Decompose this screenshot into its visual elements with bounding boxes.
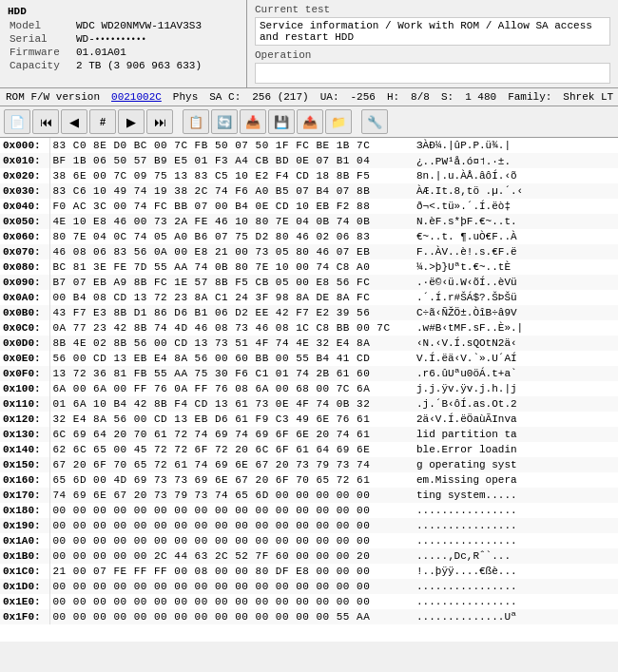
hex-bytes[interactable]: 21 00 07 FE FF FF 00 08 00 00 80 DF E8 0… bbox=[49, 564, 411, 579]
hex-bytes[interactable]: 4E 10 E8 46 00 73 2A FE 46 10 80 7E 04 0… bbox=[49, 214, 411, 229]
first-button[interactable]: ⏮ bbox=[32, 109, 59, 134]
table-row[interactable]: 0x190:00 00 00 00 00 00 00 00 00 00 00 0… bbox=[0, 518, 618, 533]
phys-label: Phys bbox=[173, 91, 198, 103]
table-row[interactable]: 0x030:83 C6 10 49 74 19 38 2C 74 F6 A0 B… bbox=[0, 183, 618, 199]
ascii-repr: .´.Í.r#ŠÁ$?.ŠÞŠü bbox=[411, 290, 618, 305]
new-button[interactable]: 📄 bbox=[4, 109, 30, 134]
table-row[interactable]: 0x090:B7 07 EB A9 8B FC 1E 57 8B F5 CB 0… bbox=[0, 275, 618, 290]
hex-bytes[interactable]: 6A 00 6A 00 FF 76 0A FF 76 08 6A 00 68 0… bbox=[49, 381, 411, 396]
hex-address: 0x020: bbox=[0, 168, 49, 183]
hex-bytes[interactable]: 00 B4 08 CD 13 72 23 8A C1 24 3F 98 8A D… bbox=[49, 290, 411, 305]
ascii-repr: .w#B‹tMF.sF..È».| bbox=[411, 320, 618, 336]
hex-address: 0x0C0: bbox=[0, 320, 49, 336]
hex-bytes[interactable]: 00 00 00 00 00 00 00 00 00 00 00 00 00 0… bbox=[49, 609, 411, 624]
table-row[interactable]: 0x040:F0 AC 3C 00 74 FC BB 07 00 B4 0E C… bbox=[0, 199, 618, 214]
table-row[interactable]: 0x0E0:56 00 CD 13 EB E4 8A 56 00 60 BB 0… bbox=[0, 351, 618, 366]
ascii-repr: ting system..... bbox=[411, 488, 618, 503]
rom-fw-value[interactable]: 0021002C bbox=[111, 91, 162, 103]
refresh-button[interactable]: 🔄 bbox=[211, 109, 238, 134]
hex-bytes[interactable]: B7 07 EB A9 8B FC 1E 57 8B F5 CB 05 00 E… bbox=[49, 275, 411, 290]
table-row[interactable]: 0x020:38 6E 00 7C 09 75 13 83 C5 10 E2 F… bbox=[0, 168, 618, 183]
hex-bytes[interactable]: 01 6A 10 B4 42 8B F4 CD 13 61 73 0E 4F 7… bbox=[49, 396, 411, 412]
hex-address: 0x150: bbox=[0, 457, 49, 472]
export-button[interactable]: 📤 bbox=[297, 109, 323, 134]
table-row[interactable]: 0x120:32 E4 8A 56 00 CD 13 EB D6 61 F9 C… bbox=[0, 412, 618, 427]
hex-bytes[interactable]: 0A 77 23 42 8B 74 4D 46 08 73 46 08 1C C… bbox=[49, 320, 411, 336]
hex-bytes[interactable]: BC 81 3E FE 7D 55 AA 74 0B 80 7E 10 00 7… bbox=[49, 259, 411, 275]
table-row[interactable]: 0x180:00 00 00 00 00 00 00 00 00 00 00 0… bbox=[0, 503, 618, 518]
hex-bytes[interactable]: 65 6D 00 4D 69 73 73 69 6E 67 20 6F 70 6… bbox=[49, 472, 411, 488]
table-row[interactable]: 0x070:46 08 06 83 56 0A 00 E8 21 00 73 0… bbox=[0, 244, 618, 259]
hex-view[interactable]: 0x000:83 C0 8E D0 BC 00 7C FB 50 07 50 1… bbox=[0, 138, 618, 642]
toolbar: 📄 ⏮ ◀ # ▶ ⏭ 📋 🔄 📥 💾 📤 📁 🔧 bbox=[0, 106, 618, 138]
table-row[interactable]: 0x1C0:21 00 07 FE FF FF 00 08 00 00 80 D… bbox=[0, 564, 618, 579]
table-row[interactable]: 0x110:01 6A 10 B4 42 8B F4 CD 13 61 73 0… bbox=[0, 396, 618, 412]
ascii-repr: ¿..PW¹å.ó¤˦.·±. bbox=[411, 153, 618, 168]
hex-bytes[interactable]: 13 72 36 81 FB 55 AA 75 30 F6 C1 01 74 2… bbox=[49, 366, 411, 381]
hex-bytes[interactable]: 56 00 CD 13 EB E4 8A 56 00 60 BB 00 55 B… bbox=[49, 351, 411, 366]
hex-bytes[interactable]: 67 20 6F 70 65 72 61 74 69 6E 67 20 73 7… bbox=[49, 457, 411, 472]
table-row[interactable]: 0x1B0:00 00 00 00 00 2C 44 63 2C 52 7F 6… bbox=[0, 548, 618, 564]
hex-bytes[interactable]: 8B 4E 02 8B 56 00 CD 13 73 51 4F 74 4E 3… bbox=[49, 336, 411, 351]
table-row[interactable]: 0x060:80 7E 04 0C 74 05 A0 B6 07 75 D2 8… bbox=[0, 229, 618, 244]
hex-bytes[interactable]: 00 00 00 00 00 00 00 00 00 00 00 00 00 0… bbox=[49, 503, 411, 518]
table-row[interactable]: 0x160:65 6D 00 4D 69 73 73 69 6E 67 20 6… bbox=[0, 472, 618, 488]
table-row[interactable]: 0x130:6C 69 64 20 70 61 72 74 69 74 69 6… bbox=[0, 427, 618, 442]
table-row[interactable]: 0x010:BF 1B 06 50 57 B9 E5 01 F3 A4 CB B… bbox=[0, 153, 618, 168]
ascii-repr: ..............Uª bbox=[411, 609, 618, 624]
table-row[interactable]: 0x1A0:00 00 00 00 00 00 00 00 00 00 00 0… bbox=[0, 533, 618, 548]
hex-bytes[interactable]: 62 6C 65 00 45 72 72 6F 72 20 6C 6F 61 6… bbox=[49, 442, 411, 457]
table-row[interactable]: 0x1E0:00 00 00 00 00 00 00 00 00 00 00 0… bbox=[0, 594, 618, 609]
hex-bytes[interactable]: 43 F7 E3 8B D1 86 D6 B1 06 D2 EE 42 F7 E… bbox=[49, 305, 411, 320]
h-value: 8/8 bbox=[411, 91, 430, 103]
ascii-repr: N.èF.s*þF.€~..t. bbox=[411, 214, 618, 229]
hex-bytes[interactable]: 00 00 00 00 00 00 00 00 00 00 00 00 00 0… bbox=[49, 594, 411, 609]
table-row[interactable]: 0x0D0:8B 4E 02 8B 56 00 CD 13 73 51 4F 7… bbox=[0, 336, 618, 351]
hex-address: 0x1A0: bbox=[0, 533, 49, 548]
hex-bytes[interactable]: BF 1B 06 50 57 B9 E5 01 F3 A4 CB BD 0E 0… bbox=[49, 153, 411, 168]
hex-bytes[interactable]: 38 6E 00 7C 09 75 13 83 C5 10 E2 F4 CD 1… bbox=[49, 168, 411, 183]
hex-bytes[interactable]: 83 C0 8E D0 BC 00 7C FB 50 07 50 1F FC B… bbox=[49, 138, 411, 153]
next-button[interactable]: ▶ bbox=[118, 109, 145, 134]
hex-bytes[interactable]: 00 00 00 00 00 00 00 00 00 00 00 00 00 0… bbox=[49, 579, 411, 594]
table-row[interactable]: 0x100:6A 00 6A 00 FF 76 0A FF 76 08 6A 0… bbox=[0, 381, 618, 396]
hex-bytes[interactable]: 6C 69 64 20 70 61 72 74 69 74 69 6F 6E 2… bbox=[49, 427, 411, 442]
copy-button[interactable]: 📋 bbox=[183, 109, 209, 134]
prev-button[interactable]: ◀ bbox=[61, 109, 87, 134]
model-label: Model bbox=[8, 19, 74, 32]
table-row[interactable]: 0x170:74 69 6E 67 20 73 79 73 74 65 6D 0… bbox=[0, 488, 618, 503]
tools-button[interactable]: 🔧 bbox=[361, 109, 388, 134]
current-test-label: Current test bbox=[255, 4, 610, 15]
open-button[interactable]: 📁 bbox=[325, 109, 352, 134]
family-label: Family: bbox=[508, 91, 551, 103]
table-row[interactable]: 0x1F0:00 00 00 00 00 00 00 00 00 00 00 0… bbox=[0, 609, 618, 624]
hex-bytes[interactable]: 74 69 6E 67 20 73 79 73 74 65 6D 00 00 0… bbox=[49, 488, 411, 503]
hex-bytes[interactable]: F0 AC 3C 00 74 FC BB 07 00 B4 0E CD 10 E… bbox=[49, 199, 411, 214]
load-button[interactable]: 📥 bbox=[240, 109, 266, 134]
hex-bytes[interactable]: 32 E4 8A 56 00 CD 13 EB D6 61 F9 C3 49 6… bbox=[49, 412, 411, 427]
hex-bytes[interactable]: 46 08 06 83 56 0A 00 E8 21 00 73 05 80 4… bbox=[49, 244, 411, 259]
goto-button[interactable]: # bbox=[89, 109, 116, 134]
table-row[interactable]: 0x0F0:13 72 36 81 FB 55 AA 75 30 F6 C1 0… bbox=[0, 366, 618, 381]
hex-bytes[interactable]: 00 00 00 00 00 00 00 00 00 00 00 00 00 0… bbox=[49, 533, 411, 548]
table-row[interactable]: 0x0A0:00 B4 08 CD 13 72 23 8A C1 24 3F 9… bbox=[0, 290, 618, 305]
table-row[interactable]: 0x0C0:0A 77 23 42 8B 74 4D 46 08 73 46 0… bbox=[0, 320, 618, 336]
serial-value: WD-•••••••••• bbox=[74, 32, 239, 46]
table-row[interactable]: 0x1D0:00 00 00 00 00 00 00 00 00 00 00 0… bbox=[0, 579, 618, 594]
save-button[interactable]: 💾 bbox=[268, 109, 295, 134]
table-row[interactable]: 0x0B0:43 F7 E3 8B D1 86 D6 B1 06 D2 EE 4… bbox=[0, 305, 618, 320]
table-row[interactable]: 0x080:BC 81 3E FE 7D 55 AA 74 0B 80 7E 1… bbox=[0, 259, 618, 275]
hex-address: 0x0E0: bbox=[0, 351, 49, 366]
table-row[interactable]: 0x000:83 C0 8E D0 BC 00 7C FB 50 07 50 1… bbox=[0, 138, 618, 153]
table-row[interactable]: 0x140:62 6C 65 00 45 72 72 6F 72 20 6C 6… bbox=[0, 442, 618, 457]
table-row[interactable]: 0x050:4E 10 E8 46 00 73 2A FE 46 10 80 7… bbox=[0, 214, 618, 229]
hex-bytes[interactable]: 00 00 00 00 00 00 00 00 00 00 00 00 00 0… bbox=[49, 518, 411, 533]
hex-bytes[interactable]: 00 00 00 00 00 2C 44 63 2C 52 7F 60 00 0… bbox=[49, 548, 411, 564]
hex-address: 0x050: bbox=[0, 214, 49, 229]
hex-bytes[interactable]: 80 7E 04 0C 74 05 A0 B6 07 75 D2 80 46 0… bbox=[49, 229, 411, 244]
last-button[interactable]: ⏭ bbox=[146, 109, 173, 134]
ascii-repr: F..ÀV..è!.s.€F.ë bbox=[411, 244, 618, 259]
table-row[interactable]: 0x150:67 20 6F 70 65 72 61 74 69 6E 67 2… bbox=[0, 457, 618, 472]
hex-bytes[interactable]: 83 C6 10 49 74 19 38 2C 74 F6 A0 B5 07 B… bbox=[49, 183, 411, 199]
hex-address: 0x040: bbox=[0, 199, 49, 214]
